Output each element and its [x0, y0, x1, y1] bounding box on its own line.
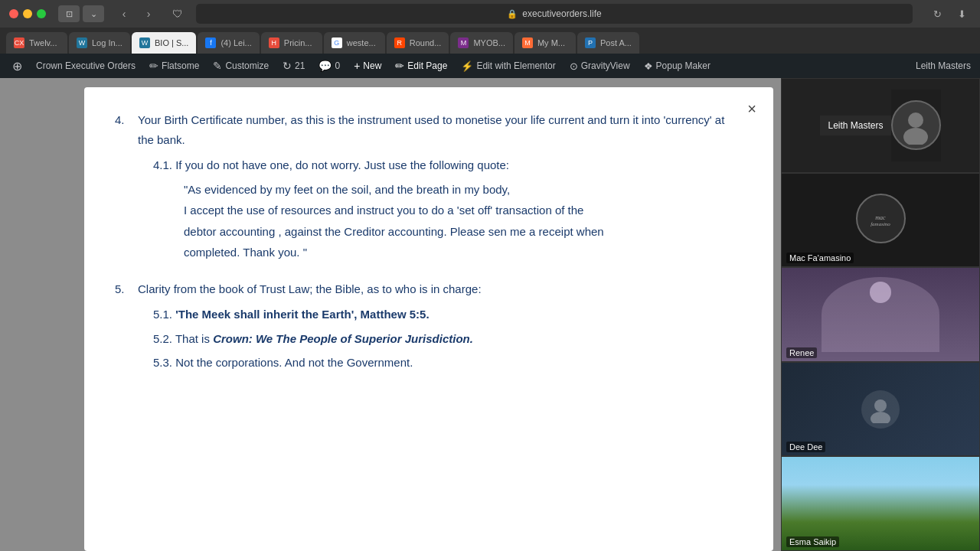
tab-favicon-weste: G — [332, 37, 342, 48]
tab-label-login: Log In... — [92, 38, 122, 47]
traffic-lights — [9, 9, 46, 18]
elementor-item[interactable]: ⚡ Edit with Elementor — [455, 54, 561, 78]
tab-round[interactable]: R Round... — [387, 32, 449, 54]
tab-lei[interactable]: f (4) Lei... — [198, 32, 259, 54]
quote-block: "As evidenced by my feet on the soil, an… — [184, 180, 743, 262]
tab-twelv[interactable]: CX Twelv... — [6, 32, 67, 54]
popup-maker-item[interactable]: ❖ Popup Maker — [638, 54, 717, 78]
minimize-button[interactable] — [23, 9, 32, 18]
download-button[interactable]: ⬇ — [952, 5, 971, 22]
back-button[interactable]: ‹ — [113, 5, 135, 22]
popup-maker-label: Popup Maker — [656, 60, 710, 71]
tab-label-myob: MYOB... — [473, 38, 505, 47]
quote-line-2: I accept the use of resources and instru… — [184, 201, 743, 220]
participant-renee: Renee — [781, 267, 980, 362]
leith-name-header: Leith Masters — [820, 116, 890, 135]
maximize-button[interactable] — [37, 9, 46, 18]
new-label: New — [363, 60, 381, 71]
sidebar-toggle[interactable]: ⊡ — [58, 5, 80, 22]
item-51: 5.1. 'The Meek shall inherit the Earth',… — [153, 305, 482, 324]
gravityview-label: GravityView — [581, 60, 630, 71]
tab-login[interactable]: W Log In... — [69, 32, 130, 54]
close-button[interactable] — [9, 9, 18, 18]
view-toggle[interactable]: ⌄ — [83, 5, 104, 22]
shield-icon: 🛡 — [172, 6, 184, 21]
tab-posta[interactable]: P Post A... — [577, 32, 639, 54]
tab-weste[interactable]: G weste... — [324, 32, 385, 54]
new-item[interactable]: + New — [348, 54, 387, 78]
tab-label-posta: Post A... — [600, 38, 632, 47]
mac-name-badge: Mac Fa'amasino — [786, 253, 854, 263]
refresh-button[interactable]: ↻ — [928, 5, 946, 22]
item-5-number: 5. — [115, 279, 132, 377]
comments-item[interactable]: 💬 0 — [312, 54, 346, 78]
svg-point-4 — [874, 399, 887, 412]
tab-favicon-pricin: H — [269, 37, 279, 48]
item-5: 5. Clarity from the book of Trust Law; t… — [115, 279, 743, 377]
item-41-text: If you do not have one, do not worry. Ju… — [175, 158, 509, 171]
flatsome-item[interactable]: ✏ Flatsome — [143, 54, 205, 78]
user-name-popup: Leith Masters — [906, 54, 980, 78]
forward-button[interactable]: › — [138, 5, 159, 22]
elementor-label: Edit with Elementor — [476, 60, 555, 71]
tab-favicon-twelv: CX — [14, 37, 24, 48]
svg-point-0 — [908, 112, 923, 128]
item-52-text-prefix: That is — [175, 332, 213, 345]
tab-bio[interactable]: W BIO | S... — [132, 32, 196, 54]
modal-content: 4. Your Birth Certificate number, as thi… — [115, 110, 743, 377]
updates-item[interactable]: ↻ 21 — [276, 54, 311, 78]
url-text: executiveorders.life — [522, 8, 601, 19]
tab-label-mym: My M... — [537, 38, 565, 47]
gravityview-item[interactable]: ⊙ GravityView — [564, 54, 636, 78]
esma-name-badge: Esma Saikip — [786, 536, 839, 547]
tab-myob[interactable]: M MYOB... — [450, 32, 513, 54]
item-41: 4.1. If you do not have one, do not worr… — [153, 155, 743, 262]
mac-name-text: Mac Fa'amasino — [789, 253, 851, 262]
item-4-body: Your Birth Certificate number, as this i… — [138, 110, 743, 264]
tab-favicon-bio: W — [139, 37, 150, 48]
esma-name-text: Esma Saikip — [789, 537, 836, 546]
customize-item[interactable]: ✎ Customize — [207, 54, 275, 78]
renee-head — [870, 282, 891, 303]
svg-text:famasino: famasino — [871, 222, 890, 228]
customize-label: Customize — [225, 60, 269, 71]
item-5-text: Clarity from the book of Trust Law; the … — [138, 282, 482, 295]
tab-favicon-login: W — [77, 37, 87, 48]
tab-mym[interactable]: M My M... — [514, 32, 576, 54]
item-5-body: Clarity from the book of Trust Law; the … — [138, 279, 482, 377]
address-bar[interactable]: 🔒 executiveorders.life — [196, 4, 913, 24]
modal-close-button[interactable]: × — [741, 98, 763, 119]
wp-admin-bar: ⊕ Crown Executive Orders ✏ Flatsome ✎ Cu… — [0, 54, 980, 78]
item-51-text: 'The Meek shall inherit the Earth', Matt… — [175, 308, 429, 321]
quote-line-3: debtor accounting , against the Creditor… — [184, 222, 743, 242]
tab-label-bio: BIO | S... — [155, 38, 188, 47]
wp-logo-item[interactable]: ⊕ — [6, 54, 28, 78]
participant-dee: Dee Dee — [781, 362, 980, 457]
user-name-text: Leith Masters — [916, 60, 971, 71]
item-52-text-bold: Crown: We The People of Superior Jurisdi… — [213, 332, 473, 345]
tab-label-pricin: Pricin... — [284, 38, 312, 47]
participant-esma: Esma Saikip — [781, 456, 980, 551]
title-bar: ⊡ ⌄ ‹ › 🛡 🔒 executiveorders.life ↻ ⬇ — [0, 0, 980, 28]
crown-site-label: Crown Executive Orders — [36, 60, 136, 71]
updates-count: 21 — [295, 60, 305, 71]
participant-leith: Leith Masters — [781, 78, 980, 173]
tab-label-lei: (4) Lei... — [220, 38, 251, 47]
item-4: 4. Your Birth Certificate number, as thi… — [115, 110, 743, 264]
renee-name-badge: Renee — [786, 347, 817, 358]
dee-avatar-icon — [867, 396, 894, 423]
leith-avatar — [891, 100, 941, 150]
renee-name-text: Renee — [789, 348, 814, 357]
quote-line-1: "As evidenced by my feet on the soil, an… — [184, 180, 743, 200]
svg-text:mac: mac — [875, 214, 886, 221]
item-5-subitems: 5.1. 'The Meek shall inherit the Earth',… — [153, 305, 482, 373]
dee-avatar — [861, 390, 900, 429]
wp-logo-icon: ⊕ — [12, 59, 22, 73]
tab-pricin[interactable]: H Pricin... — [261, 32, 322, 54]
edit-page-item[interactable]: ✏ Edit Page — [389, 54, 453, 78]
crown-site-item[interactable]: Crown Executive Orders — [30, 54, 142, 78]
item-52: 5.2. That is Crown: We The People of Sup… — [153, 329, 482, 349]
tab-favicon-lei: f — [205, 37, 216, 48]
modal-dialog: × 4. Your Birth Certificate number, as t… — [84, 87, 773, 551]
item-53-label: 5.3. — [153, 356, 172, 369]
